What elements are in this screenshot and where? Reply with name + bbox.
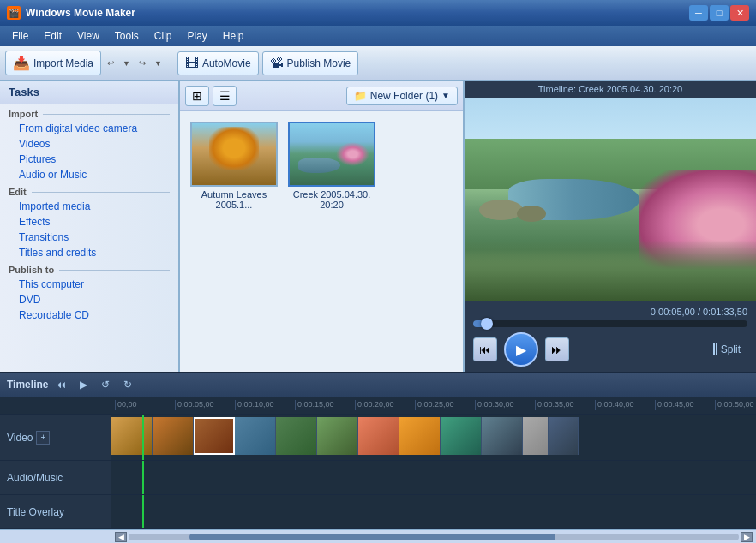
folder-dropdown-icon: ▼ — [441, 91, 450, 100]
ruler-10: 0:00:10,00 — [235, 400, 295, 410]
undo-button[interactable]: ↩ — [105, 55, 117, 71]
close-button[interactable]: ✕ — [730, 5, 749, 21]
video-timeline-strip — [111, 417, 579, 455]
publish-movie-button[interactable]: 📽 Publish Movie — [262, 51, 359, 75]
timeline-play-button[interactable]: ▶ — [74, 376, 93, 393]
task-audio[interactable]: Audio or Music — [0, 167, 178, 182]
task-transitions[interactable]: Transitions — [0, 230, 178, 245]
automovie-label: AutoMovie — [202, 57, 251, 69]
tasks-header: Tasks — [0, 81, 178, 104]
menu-help[interactable]: Help — [216, 28, 251, 44]
video-clip-10[interactable] — [482, 417, 523, 455]
split-button[interactable]: Split — [706, 340, 747, 359]
automovie-button[interactable]: 🎞 AutoMovie — [177, 51, 259, 75]
menu-file[interactable]: File — [5, 28, 35, 44]
fast-forward-button[interactable]: ⏭ — [545, 337, 569, 361]
creek-thumbnail — [288, 122, 375, 187]
task-titles[interactable]: Titles and credits — [0, 245, 178, 260]
import-media-icon: 📥 — [13, 55, 30, 71]
scroll-left-button[interactable]: ◀ — [115, 532, 127, 542]
preview-title: Timeline: Creek 2005.04.30. 20:20 — [465, 81, 756, 98]
rewind-button[interactable]: ⏮ — [473, 337, 497, 361]
folder-name: New Folder (1) — [370, 90, 438, 102]
title-bar: 🎬 Windows Movie Maker ─ □ ✕ — [0, 0, 756, 26]
play-button[interactable]: ▶ — [504, 332, 538, 367]
redo-dropdown[interactable]: ▼ — [152, 56, 165, 71]
video-clip-11[interactable] — [523, 417, 549, 455]
ruler-20: 0:00:20,00 — [355, 400, 415, 410]
view-thumbnail-button[interactable]: ⊞ — [185, 86, 209, 106]
scroll-thumb[interactable] — [189, 534, 555, 540]
task-dvd[interactable]: DVD — [0, 292, 178, 307]
video-clip-5[interactable] — [276, 417, 317, 455]
timeline-begin-button[interactable]: ⏮ — [51, 376, 70, 393]
video-track-content[interactable] — [111, 415, 756, 461]
video-clip-8[interactable] — [399, 417, 441, 455]
minimize-button[interactable]: ─ — [689, 5, 708, 21]
app-icon: 🎬 — [7, 6, 21, 20]
playback-controls: ⏮ ▶ ⏭ Split — [473, 332, 747, 367]
menu-tools[interactable]: Tools — [108, 28, 146, 44]
video-clip-2[interactable] — [153, 417, 194, 455]
task-videos[interactable]: Videos — [0, 136, 178, 152]
timeline-rewind-button[interactable]: ↺ — [96, 376, 115, 393]
ruler-00: 00,00 — [115, 400, 175, 410]
video-label-text: Video — [7, 432, 33, 444]
menu-play[interactable]: Play — [181, 28, 214, 44]
publish-section-header: Publish to — [0, 260, 178, 277]
title-track-label: Title Overlay — [0, 495, 111, 528]
autumn-label: Autumn Leaves 2005.1... — [190, 189, 278, 210]
audio-track-content[interactable] — [111, 461, 756, 494]
video-clip-6[interactable] — [317, 417, 358, 455]
import-section-header: Import — [0, 104, 178, 121]
import-media-label: Import Media — [33, 57, 93, 69]
undo-dropdown[interactable]: ▼ — [120, 56, 133, 71]
media-item-autumn[interactable]: Autumn Leaves 2005.1... — [187, 118, 281, 213]
menu-bar: File Edit View Tools Clip Play Help — [0, 26, 756, 46]
timeline-cursor — [142, 415, 144, 461]
task-imported-media[interactable]: Imported media — [0, 199, 178, 214]
tasks-panel: Tasks Import From digital video camera V… — [0, 81, 180, 372]
media-item-creek[interactable]: Creek 2005.04.30. 20:20 — [285, 118, 379, 213]
redo-button[interactable]: ↪ — [136, 55, 148, 71]
view-detail-button[interactable]: ☰ — [213, 86, 237, 106]
task-pictures[interactable]: Pictures — [0, 152, 178, 167]
progress-handle[interactable] — [481, 318, 493, 330]
video-clip-3[interactable] — [194, 417, 235, 455]
timeline-forward-button[interactable]: ↻ — [118, 376, 137, 393]
creek-label: Creek 2005.04.30. 20:20 — [288, 189, 375, 210]
menu-edit[interactable]: Edit — [37, 28, 69, 44]
timeline-area: Timeline ⏮ ▶ ↺ ↻ 00,00 0:00:05,00 0:00:1… — [0, 372, 756, 543]
title-bar-left: 🎬 Windows Movie Maker — [7, 6, 135, 20]
video-clip-4[interactable] — [235, 417, 276, 455]
toolbar-separator — [171, 51, 171, 75]
video-track-label: Video + — [0, 415, 111, 461]
ruler-05: 0:00:05,00 — [175, 400, 235, 410]
task-this-computer[interactable]: This computer — [0, 277, 178, 292]
video-clip-12[interactable] — [549, 417, 579, 455]
video-expand-button[interactable]: + — [36, 431, 50, 445]
audio-label-text: Audio/Music — [7, 472, 63, 484]
center-panel: ⊞ ☰ 📁 New Folder (1) ▼ Autumn Leaves 200… — [180, 81, 465, 372]
video-clip-1[interactable] — [111, 417, 153, 455]
task-recordable-cd[interactable]: Recordable CD — [0, 307, 178, 323]
preview-image — [465, 98, 756, 301]
video-clip-7[interactable] — [358, 417, 399, 455]
folder-selector[interactable]: 📁 New Folder (1) ▼ — [346, 87, 458, 105]
video-clip-9[interactable] — [441, 417, 482, 455]
progress-bar[interactable] — [473, 320, 747, 327]
task-from-camera[interactable]: From digital video camera — [0, 121, 178, 136]
video-track-row: Video + — [0, 415, 756, 462]
task-effects[interactable]: Effects — [0, 214, 178, 230]
import-media-button[interactable]: 📥 Import Media — [5, 51, 101, 75]
scroll-right-button[interactable]: ▶ — [741, 532, 753, 542]
menu-view[interactable]: View — [70, 28, 106, 44]
title-track-content[interactable] — [111, 495, 756, 528]
media-content-area: Autumn Leaves 2005.1... Creek 2005.04.30… — [180, 111, 463, 372]
time-display: 0:00:05,00 / 0:01:33,50 — [473, 307, 747, 317]
menu-clip[interactable]: Clip — [147, 28, 179, 44]
scroll-track[interactable] — [129, 534, 739, 540]
preview-area — [465, 98, 756, 301]
maximize-button[interactable]: □ — [710, 5, 729, 21]
automovie-icon: 🎞 — [185, 56, 199, 71]
